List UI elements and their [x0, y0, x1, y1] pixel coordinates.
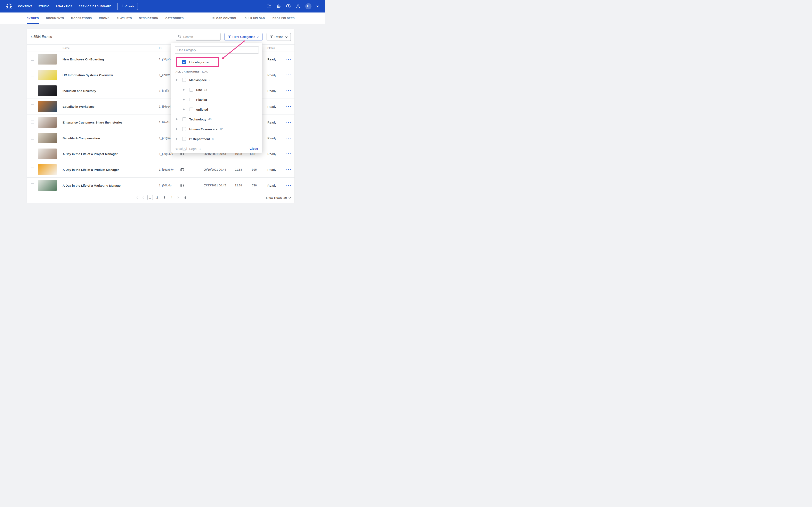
- column-header-name[interactable]: Name: [62, 47, 159, 50]
- page-button[interactable]: 2: [155, 195, 160, 200]
- main-nav-item[interactable]: CONTENT: [18, 5, 32, 8]
- entry-name[interactable]: A Day in the Life of a Marketing Manager: [62, 184, 159, 187]
- tab-drop-folders[interactable]: DROP FOLDERS: [272, 12, 295, 24]
- next-page-button[interactable]: [176, 195, 181, 200]
- entry-thumbnail[interactable]: [38, 117, 62, 128]
- row-actions-button[interactable]: [279, 74, 291, 75]
- main-nav-item[interactable]: STUDIO: [38, 5, 50, 8]
- row-checkbox[interactable]: [31, 105, 38, 109]
- row-actions-button[interactable]: [279, 154, 291, 155]
- row-actions-button[interactable]: [279, 106, 291, 107]
- category-label[interactable]: Playlist: [196, 98, 207, 101]
- kaltura-logo-icon[interactable]: [5, 3, 13, 10]
- tab-rooms[interactable]: ROOMS: [99, 12, 109, 24]
- gear-icon[interactable]: [276, 4, 281, 9]
- row-actions-button[interactable]: [279, 122, 291, 123]
- category-label[interactable]: IT Department: [189, 137, 210, 141]
- chevron-up-icon: [257, 35, 259, 39]
- search-box[interactable]: [176, 33, 221, 41]
- page-button[interactable]: 1: [147, 195, 153, 200]
- filter-categories-button[interactable]: Filter Categories: [224, 33, 262, 41]
- close-button[interactable]: Close: [250, 147, 258, 150]
- create-button[interactable]: Create: [117, 3, 138, 10]
- entry-thumbnail[interactable]: [38, 70, 62, 80]
- tab-syndication[interactable]: SYNDICATION: [139, 12, 158, 24]
- entry-thumbnail[interactable]: [38, 54, 62, 64]
- category-checkbox[interactable]: [189, 108, 193, 111]
- show-rows-select[interactable]: Show Rows 25: [265, 196, 291, 199]
- category-checkbox[interactable]: [189, 98, 193, 101]
- tab-moderations[interactable]: MODERATIONS: [71, 12, 92, 24]
- tab-upload-control[interactable]: UPLOAD CONTROL: [211, 12, 237, 24]
- expand-caret-icon[interactable]: [183, 89, 185, 91]
- entry-thumbnail[interactable]: [38, 164, 62, 175]
- tab-entries[interactable]: ENTRIES: [27, 12, 39, 24]
- category-checkbox[interactable]: [182, 117, 186, 121]
- last-page-button[interactable]: [183, 195, 187, 200]
- tab-playlists[interactable]: PLAYLISTS: [117, 12, 132, 24]
- entry-name[interactable]: A Day in the Life of a Project Manager: [62, 152, 159, 156]
- help-icon[interactable]: ?: [286, 4, 291, 9]
- category-label[interactable]: Site: [196, 88, 202, 92]
- category-checkbox[interactable]: [182, 127, 186, 131]
- row-checkbox[interactable]: [31, 183, 38, 188]
- row-checkbox[interactable]: [31, 57, 38, 61]
- avatar[interactable]: PL: [305, 3, 311, 9]
- uncategorized-label[interactable]: Uncategorized: [189, 60, 210, 64]
- entry-thumbnail[interactable]: [38, 149, 62, 159]
- main-nav-item[interactable]: ANALYTICS: [56, 5, 72, 8]
- expand-caret-icon[interactable]: [183, 108, 185, 110]
- first-page-button[interactable]: [135, 195, 139, 200]
- expand-caret-icon[interactable]: [183, 99, 185, 101]
- expand-caret-icon[interactable]: [175, 79, 179, 81]
- expand-caret-icon[interactable]: [175, 128, 179, 130]
- entry-name[interactable]: Equality in Workplace: [62, 105, 159, 108]
- category-label[interactable]: Mediaspace: [189, 78, 207, 82]
- row-checkbox[interactable]: [31, 120, 38, 124]
- entry-thumbnail[interactable]: [38, 86, 62, 96]
- uncategorized-checkbox[interactable]: [182, 60, 186, 64]
- previous-page-button[interactable]: [141, 195, 146, 200]
- row-checkbox[interactable]: [31, 168, 38, 172]
- entry-name[interactable]: Enterprise Customers Share their stories: [62, 121, 159, 124]
- row-actions-button[interactable]: [279, 138, 291, 139]
- entry-name[interactable]: A Day in the Life of a Product Manager: [62, 168, 159, 171]
- category-checkbox[interactable]: [182, 137, 186, 141]
- chevron-down-icon[interactable]: [316, 5, 319, 7]
- row-actions-button[interactable]: [279, 59, 291, 60]
- entry-name[interactable]: Inclusion and Diversity: [62, 89, 159, 93]
- category-checkbox[interactable]: [189, 88, 193, 92]
- expand-caret-icon[interactable]: [175, 138, 179, 140]
- page-button[interactable]: 4: [169, 195, 174, 200]
- select-all-checkbox[interactable]: [31, 46, 38, 50]
- search-input[interactable]: [183, 35, 218, 39]
- row-checkbox[interactable]: [31, 89, 38, 93]
- category-checkbox[interactable]: [182, 78, 186, 82]
- find-category-input[interactable]: [175, 46, 259, 54]
- tab-categories[interactable]: CATEGORIES: [165, 12, 184, 24]
- main-nav-item[interactable]: SERVICE DASHBOARD: [79, 5, 111, 8]
- entry-thumbnail[interactable]: [38, 180, 62, 191]
- page-button[interactable]: 3: [162, 195, 167, 200]
- row-actions-button[interactable]: [279, 169, 291, 170]
- entry-name[interactable]: Benefits & Compensation: [62, 136, 159, 140]
- user-icon[interactable]: [296, 4, 300, 9]
- category-label[interactable]: unlisted: [196, 108, 208, 111]
- expand-caret-icon[interactable]: [175, 118, 179, 120]
- clear-all-button[interactable]: Clear All: [175, 147, 187, 150]
- category-label[interactable]: Human Resourcers: [189, 127, 217, 131]
- tab-bulk-upload[interactable]: BULK UPLOAD: [245, 12, 265, 24]
- refine-button[interactable]: Refine: [266, 33, 291, 41]
- entry-thumbnail[interactable]: [38, 133, 62, 144]
- entry-name[interactable]: New Employee On-Boarding: [62, 58, 159, 61]
- category-label[interactable]: Technology: [189, 118, 206, 121]
- row-actions-button[interactable]: [279, 185, 291, 186]
- entry-name[interactable]: HR Information Systems Overview: [62, 73, 159, 77]
- folder-icon[interactable]: [267, 4, 271, 9]
- row-checkbox[interactable]: [31, 73, 38, 77]
- entry-thumbnail[interactable]: [38, 101, 62, 112]
- row-checkbox[interactable]: [31, 136, 38, 140]
- row-checkbox[interactable]: [31, 152, 38, 156]
- tab-documents[interactable]: DOCUMENTS: [46, 12, 64, 24]
- row-actions-button[interactable]: [279, 90, 291, 91]
